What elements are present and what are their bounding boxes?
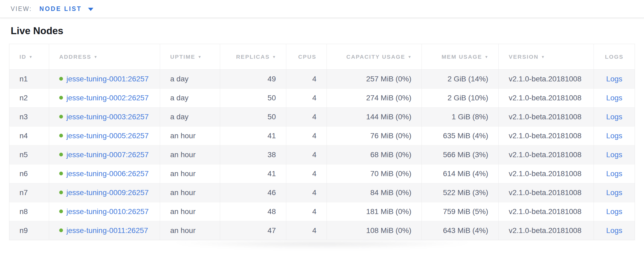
node-logs-link[interactable]: Logs [606, 94, 622, 102]
cell-version: v2.1.0-beta.20181008 [499, 145, 594, 164]
cell-cpus: 4 [286, 108, 327, 127]
cell-value: v2.1.0-beta.20181008 [509, 94, 581, 102]
view-label: VIEW: [11, 5, 32, 13]
cell-logs: Logs [594, 89, 635, 108]
cell-value: 4 [312, 169, 316, 178]
cell-value: 144 MiB (0%) [366, 113, 411, 121]
cell-value: v2.1.0-beta.20181008 [509, 188, 581, 197]
cell-value: 643 MiB (4%) [443, 226, 488, 235]
cell-value: n8 [19, 207, 28, 216]
view-selector[interactable]: NODE LIST [39, 5, 94, 13]
cell-id: n8 [9, 202, 49, 221]
cell-value: v2.1.0-beta.20181008 [509, 169, 581, 178]
cell-logs: Logs [594, 164, 635, 183]
sort-desc-icon: ▼ [94, 55, 97, 59]
node-address-link[interactable]: jesse-tuning-0002:26257 [66, 94, 149, 102]
column-header-capacity_usage[interactable]: CAPACITY USAGE▼ [327, 44, 422, 70]
column-header-mem_usage[interactable]: MEM USAGE▼ [422, 44, 499, 70]
cell-mem_usage: 522 MiB (3%) [422, 183, 499, 202]
cell-value: 108 MiB (0%) [366, 226, 411, 235]
cell-value: v2.1.0-beta.20181008 [509, 207, 581, 216]
node-address-link[interactable]: jesse-tuning-0009:26257 [66, 188, 149, 197]
cell-replicas: 48 [220, 202, 286, 221]
cell-value: a day [170, 75, 189, 83]
node-logs-link[interactable]: Logs [606, 132, 622, 140]
cell-value: n5 [19, 151, 28, 159]
node-address-link[interactable]: jesse-tuning-0005:26257 [66, 132, 149, 140]
cell-value: 76 MiB (0%) [370, 132, 411, 140]
table-row: n6jesse-tuning-0006:26257an hour41470 Mi… [9, 164, 635, 183]
cell-value: 274 MiB (0%) [366, 94, 411, 102]
cell-address: jesse-tuning-0001:26257 [49, 70, 160, 89]
column-header-label: REPLICAS [236, 54, 270, 60]
cell-mem_usage: 614 MiB (4%) [422, 164, 499, 183]
cell-cpus: 4 [286, 145, 327, 164]
cell-value: 2 GiB (10%) [448, 94, 488, 102]
node-logs-link[interactable]: Logs [606, 188, 622, 197]
table-body: n1jesse-tuning-0001:26257a day494257 MiB… [9, 70, 635, 240]
cell-address: jesse-tuning-0003:26257 [49, 108, 160, 127]
cell-value: 41 [268, 132, 276, 140]
node-address-link[interactable]: jesse-tuning-0001:26257 [66, 75, 149, 83]
cell-value: n7 [19, 188, 28, 197]
cell-id: n3 [9, 108, 49, 127]
node-address-link[interactable]: jesse-tuning-0011:26257 [66, 226, 148, 235]
cell-value: 70 MiB (0%) [370, 169, 411, 178]
cell-id: n7 [9, 183, 49, 202]
node-logs-link[interactable]: Logs [606, 151, 622, 159]
node-address-link[interactable]: jesse-tuning-0007:26257 [66, 151, 149, 159]
column-header-replicas[interactable]: REPLICAS▼ [220, 44, 286, 70]
cell-replicas: 41 [220, 164, 286, 183]
cell-value: 257 MiB (0%) [366, 75, 411, 83]
cell-id: n1 [9, 70, 49, 89]
column-header-uptime[interactable]: UPTIME▼ [160, 44, 220, 70]
cell-capacity_usage: 76 MiB (0%) [327, 127, 422, 145]
cell-value: v2.1.0-beta.20181008 [509, 226, 581, 235]
column-header-id[interactable]: ID▼ [9, 44, 49, 70]
cell-cpus: 4 [286, 164, 327, 183]
cell-value: 522 MiB (3%) [443, 188, 488, 197]
node-logs-link[interactable]: Logs [606, 207, 622, 216]
cell-value: 1 GiB (8%) [452, 113, 488, 121]
sort-desc-icon: ▼ [272, 55, 276, 59]
cell-address: jesse-tuning-0006:26257 [49, 164, 160, 183]
cell-value: 4 [312, 207, 316, 216]
cell-value: a day [170, 113, 189, 121]
cell-value: 4 [312, 94, 316, 102]
node-logs-link[interactable]: Logs [606, 113, 622, 121]
sort-desc-icon: ▼ [541, 55, 545, 59]
cell-cpus: 4 [286, 70, 327, 89]
node-logs-link[interactable]: Logs [606, 226, 622, 235]
cell-cpus: 4 [286, 89, 327, 108]
node-address-link[interactable]: jesse-tuning-0006:26257 [66, 169, 149, 178]
table-row: n3jesse-tuning-0003:26257a day504144 MiB… [9, 108, 635, 127]
node-logs-link[interactable]: Logs [606, 75, 622, 83]
cell-replicas: 38 [220, 145, 286, 164]
cell-version: v2.1.0-beta.20181008 [499, 183, 594, 202]
cell-value: n2 [19, 94, 28, 102]
column-header-address[interactable]: ADDRESS▼ [49, 44, 160, 70]
cell-logs: Logs [594, 70, 635, 89]
cell-capacity_usage: 70 MiB (0%) [327, 164, 422, 183]
cell-value: v2.1.0-beta.20181008 [509, 151, 581, 159]
column-header-version[interactable]: VERSION▼ [499, 44, 594, 70]
view-bar: VIEW: NODE LIST [0, 0, 644, 18]
cell-replicas: 49 [220, 70, 286, 89]
node-logs-link[interactable]: Logs [606, 169, 622, 178]
node-address-link[interactable]: jesse-tuning-0003:26257 [66, 113, 149, 121]
cell-capacity_usage: 257 MiB (0%) [327, 70, 422, 89]
cell-mem_usage: 643 MiB (4%) [422, 221, 499, 240]
cell-uptime: an hour [160, 145, 220, 164]
node-address-link[interactable]: jesse-tuning-0010:26257 [66, 207, 149, 216]
cell-cpus: 4 [286, 183, 327, 202]
cell-logs: Logs [594, 221, 635, 240]
cell-value: v2.1.0-beta.20181008 [509, 113, 581, 121]
cell-value: 4 [312, 113, 316, 121]
table-row: n7jesse-tuning-0009:26257an hour46484 Mi… [9, 183, 635, 202]
node-live-status-icon [59, 153, 63, 156]
cell-value: 46 [268, 188, 276, 197]
live-nodes-section: Live Nodes ID▼ADDRESS▼UPTIME▼REPLICAS▼CP… [0, 25, 644, 240]
table-row: n9jesse-tuning-0011:26257an hour474108 M… [9, 221, 635, 240]
cell-value: n3 [19, 113, 28, 121]
column-header-label: UPTIME [170, 54, 195, 60]
